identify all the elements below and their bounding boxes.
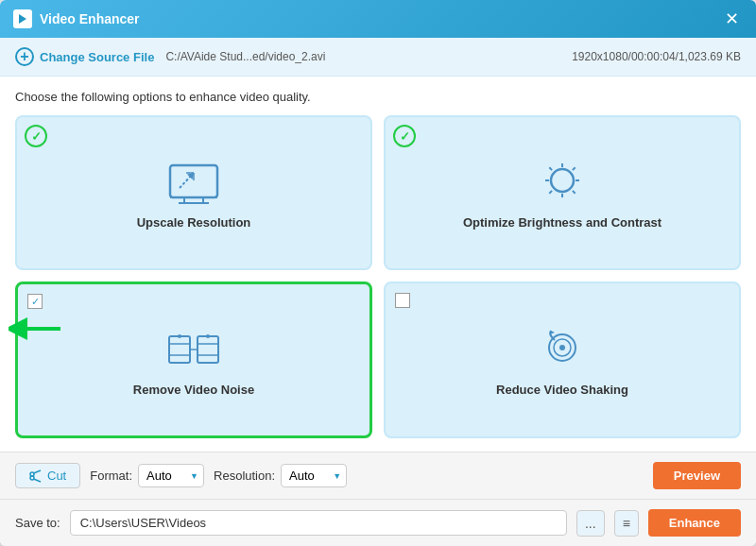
main-window: Video Enhancer ✕ + Change Source File C:…: [0, 0, 756, 546]
format-select[interactable]: Auto: [138, 464, 204, 487]
svg-marker-0: [19, 14, 26, 24]
shaking-checkbox[interactable]: [395, 293, 410, 308]
noise-checkbox[interactable]: [27, 294, 43, 309]
shaking-label: Reduce Video Shaking: [496, 383, 628, 397]
content-area: Choose the following options to enhance …: [0, 77, 756, 452]
file-meta: 1920x1080/00:00:04/1,023.69 KB: [572, 50, 741, 63]
arrow-indicator: [9, 315, 65, 347]
svg-point-10: [551, 169, 574, 192]
noise-label: Remove Video Noise: [133, 383, 254, 397]
svg-line-34: [34, 470, 42, 473]
svg-line-18: [549, 190, 552, 193]
upscale-checkbox[interactable]: [25, 125, 47, 147]
resolution-group: Resolution: Auto: [214, 464, 347, 487]
svg-point-31: [559, 345, 565, 350]
list-button[interactable]: ≡: [614, 510, 639, 537]
cut-label: Cut: [47, 469, 66, 483]
svg-rect-20: [169, 336, 190, 363]
resolution-label: Resolution:: [214, 469, 275, 483]
card-noise: Remove Video Noise: [15, 282, 372, 438]
plus-icon: +: [15, 47, 34, 66]
svg-line-35: [34, 479, 42, 482]
svg-rect-24: [198, 336, 218, 363]
options-grid: Upscale Resolution: [15, 115, 741, 438]
change-source-button[interactable]: + Change Source File: [15, 47, 154, 66]
preview-button[interactable]: Preview: [653, 462, 741, 489]
file-path: C:/AVAide Stud...ed/video_2.avi: [165, 50, 325, 63]
card-shaking: Reduce Video Shaking: [384, 282, 741, 438]
hint-text: Choose the following options to enhance …: [15, 90, 741, 104]
scissors-icon: [29, 469, 43, 483]
save-path-input[interactable]: [70, 510, 567, 536]
card-upscale: Upscale Resolution: [15, 115, 372, 270]
close-button[interactable]: ✕: [720, 8, 743, 30]
upscale-label: Upscale Resolution: [137, 215, 251, 230]
upscale-icon: [165, 159, 222, 206]
change-source-label: Change Source File: [40, 50, 154, 64]
svg-line-17: [573, 167, 576, 170]
resolution-select[interactable]: Auto: [281, 464, 347, 487]
save-to-label: Save to:: [15, 516, 60, 530]
brightness-label: Optimize Brightness and Contrast: [463, 215, 662, 230]
enhance-button[interactable]: Enhance: [648, 509, 741, 537]
brightness-icon: [534, 159, 591, 206]
titlebar: Video Enhancer ✕: [0, 0, 756, 38]
svg-line-15: [549, 167, 552, 170]
svg-line-16: [573, 190, 576, 193]
resolution-select-wrapper[interactable]: Auto: [281, 464, 347, 487]
shaking-icon: [534, 326, 591, 373]
svg-marker-9: [187, 170, 197, 179]
source-bar: + Change Source File C:/AVAide Stud...ed…: [0, 38, 756, 77]
window-title: Video Enhancer: [40, 11, 720, 26]
brightness-checkbox[interactable]: [393, 125, 416, 147]
save-bar: Save to: ... ≡ Enhance: [0, 499, 756, 546]
format-label: Format:: [90, 469, 132, 483]
svg-rect-1: [170, 165, 217, 197]
bottom-controls: Cut Format: Auto Resolution: Auto Previe…: [0, 452, 756, 499]
card-brightness: Optimize Brightness and Contrast: [384, 115, 741, 270]
cut-button[interactable]: Cut: [15, 463, 80, 488]
format-group: Format: Auto: [90, 464, 204, 487]
app-icon: [13, 9, 32, 28]
browse-button[interactable]: ...: [576, 510, 605, 537]
svg-point-23: [178, 334, 181, 338]
format-select-wrapper[interactable]: Auto: [138, 464, 204, 487]
svg-point-27: [206, 334, 210, 338]
noise-icon: [165, 326, 222, 373]
